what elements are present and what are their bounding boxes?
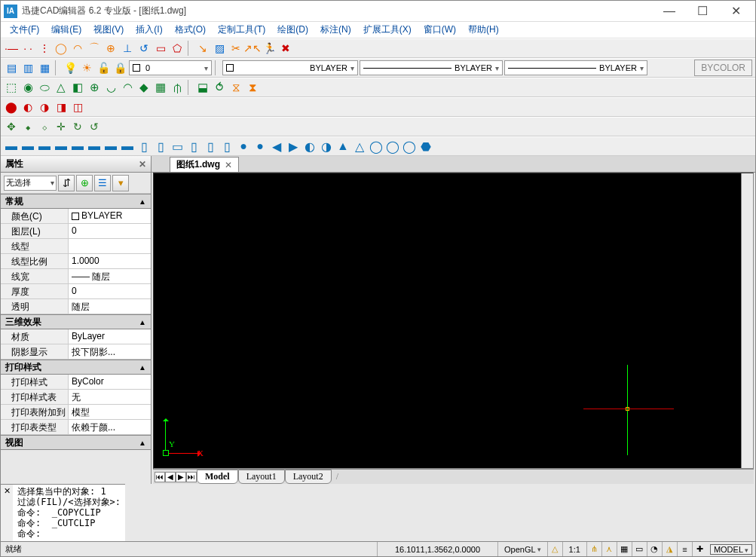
viewport-shape-13[interactable]: ▯ [219, 139, 234, 154]
rect-icon[interactable]: ▭ [153, 41, 168, 56]
viewport-shape-10[interactable]: ▭ [170, 139, 185, 154]
dome-icon[interactable]: ◠ [120, 80, 135, 95]
cancel-icon[interactable]: ✖ [278, 41, 293, 56]
viewport-shape-19[interactable]: ◑ [319, 139, 334, 154]
grid-icon[interactable]: ▦ [617, 542, 632, 556]
lineweight-combo[interactable]: BYLAYER ▾ [504, 60, 647, 75]
command-console[interactable]: 选择集当中的对象: 1 过滤(FIL)/<选择对象>: 命令: _COPYCLI… [13, 484, 125, 541]
menu-2[interactable]: 视图(V) [89, 22, 128, 38]
ucs-z-icon[interactable]: ↻ [70, 119, 85, 134]
ucs-origin-icon[interactable]: ✛ [54, 119, 69, 134]
viewport-shape-2[interactable]: ▬ [37, 139, 52, 154]
union-icon[interactable]: ⬤ [4, 99, 19, 115]
menu-9[interactable]: 窗口(W) [419, 22, 461, 38]
prop-row[interactable]: 线型比例1.0000 [1, 254, 151, 269]
viewport-shape-23[interactable]: ◯ [385, 139, 400, 154]
lock-icon[interactable]: 🔓 [96, 60, 111, 75]
sun-icon[interactable]: ☀ [79, 60, 94, 75]
layers-icon[interactable]: ▤ [4, 60, 19, 75]
slice-icon[interactable]: ◨ [54, 99, 69, 115]
donut-icon[interactable]: ⊕ [103, 41, 118, 56]
filter-icon[interactable]: ▾ [112, 175, 129, 191]
tab-next-icon[interactable]: ▶ [176, 472, 186, 482]
viewport-shape-6[interactable]: ▬ [103, 139, 118, 154]
hatch-icon[interactable]: ▨ [212, 41, 227, 56]
menu-5[interactable]: 定制工具(T) [213, 22, 270, 38]
break-icon[interactable]: ✂ [228, 41, 243, 56]
ucs-prev-icon[interactable]: ⬥ [20, 119, 35, 134]
layer-state-icon[interactable]: ▦ [37, 60, 52, 75]
prop-row[interactable]: 打印表附加到模型 [1, 405, 151, 420]
intersect-icon[interactable]: ◑ [37, 99, 52, 115]
viewport-shape-18[interactable]: ◐ [302, 139, 317, 154]
dynsnap-icon[interactable]: ◮ [662, 542, 677, 556]
menu-8[interactable]: 扩展工具(X) [359, 22, 416, 38]
toggle-pane-icon[interactable]: ⇵ [58, 175, 75, 191]
status-model-button[interactable]: MODEL▾ [710, 544, 752, 555]
prop-row[interactable]: 图层(L)0 [1, 224, 151, 239]
console-close[interactable]: ✕ [1, 484, 13, 541]
selection-combo[interactable]: 无选择 ▾ [4, 176, 57, 191]
box-icon[interactable]: ⬚ [4, 80, 19, 95]
prop-row[interactable]: 打印样式ByColor [1, 375, 151, 390]
doc-tab-active[interactable]: 图纸1.dwg ✕ [170, 157, 239, 172]
runner-icon[interactable]: 🏃 [262, 41, 277, 56]
viewport-shape-16[interactable]: ◀ [269, 139, 284, 154]
viewport-shape-12[interactable]: ▯ [203, 139, 218, 154]
poly-icon[interactable]: ⬠ [170, 41, 185, 56]
cylinder-icon[interactable]: ⬭ [37, 80, 52, 95]
pyramid-icon[interactable]: ◆ [136, 80, 152, 95]
prop-row[interactable]: 线宽—— 随层 [1, 269, 151, 284]
prop-section[interactable]: 常规▲ [1, 194, 151, 209]
layer-combo[interactable]: 0 ▾ [129, 60, 212, 75]
viewport-shape-5[interactable]: ▬ [87, 139, 102, 154]
viewport-shape-22[interactable]: ◯ [369, 139, 384, 154]
viewport-shape-14[interactable]: ● [236, 139, 251, 154]
viewport-shape-7[interactable]: ▬ [120, 139, 135, 154]
prop-row[interactable]: 打印表类型依赖于颜... [1, 420, 151, 435]
mesh-icon[interactable]: ▦ [153, 80, 168, 95]
close-button[interactable]: ✕ [719, 1, 752, 22]
lwt-icon[interactable]: ≡ [677, 542, 692, 556]
dim-icon[interactable]: ↘ [195, 41, 210, 56]
track-icon[interactable]: ⋏ [601, 542, 617, 556]
cone-icon[interactable]: △ [54, 80, 69, 95]
drawing-canvas[interactable]: Y X [153, 173, 754, 469]
viewport-shape-20[interactable]: ▲ [335, 139, 350, 154]
tangent-icon[interactable]: ↺ [136, 41, 152, 56]
viewport-shape-11[interactable]: ▯ [186, 139, 201, 154]
ucs-face-icon[interactable]: ⬦ [37, 119, 52, 134]
sweep-icon[interactable]: ⧗ [245, 80, 260, 95]
properties-close-icon[interactable]: ✕ [139, 159, 146, 170]
prop-section[interactable]: 三维效果▲ [1, 314, 151, 329]
menu-3[interactable]: 插入(I) [131, 22, 167, 38]
viewport-shape-24[interactable]: ◯ [402, 139, 417, 154]
dyn-icon[interactable]: ✚ [692, 542, 707, 556]
prop-row[interactable]: 透明随层 [1, 299, 151, 314]
prop-row[interactable]: 颜色(C)BYLAYER [1, 209, 151, 224]
viewport-shape-1[interactable]: ▬ [20, 139, 35, 154]
linetype-combo[interactable]: BYLAYER ▾ [360, 60, 503, 75]
line-icon[interactable]: · · [20, 41, 35, 56]
ucs-3p-icon[interactable]: ↺ [87, 119, 102, 134]
subtract-icon[interactable]: ◐ [20, 99, 35, 115]
wedge-icon[interactable]: ◧ [70, 80, 85, 95]
revsurf-icon[interactable]: ⫛ [170, 80, 185, 95]
viewport-shape-3[interactable]: ▬ [54, 139, 69, 154]
vertical-scrollbar[interactable] [741, 173, 753, 468]
viewport-shape-0[interactable]: ▬ [4, 139, 19, 154]
perp-icon[interactable]: ⊥ [120, 41, 135, 56]
revolve-icon[interactable]: ⥀ [212, 80, 227, 95]
maximize-button[interactable]: ☐ [686, 1, 719, 22]
viewport-shape-21[interactable]: △ [352, 139, 367, 154]
section-icon[interactable]: ◫ [70, 99, 85, 115]
prop-row[interactable]: 厚度0 [1, 284, 151, 299]
color-combo[interactable]: BYLAYER ▾ [222, 60, 358, 75]
doc-tab-close-icon[interactable]: ✕ [225, 160, 232, 170]
tab-prev-icon[interactable]: ◀ [165, 472, 176, 482]
ucs-world-icon[interactable]: ✥ [4, 119, 19, 134]
pickadd-icon[interactable]: ☰ [94, 175, 111, 191]
menu-4[interactable]: 格式(O) [170, 22, 210, 38]
prop-section[interactable]: 视图▲ [1, 435, 151, 450]
status-ratio[interactable]: 1:1 [562, 542, 586, 556]
